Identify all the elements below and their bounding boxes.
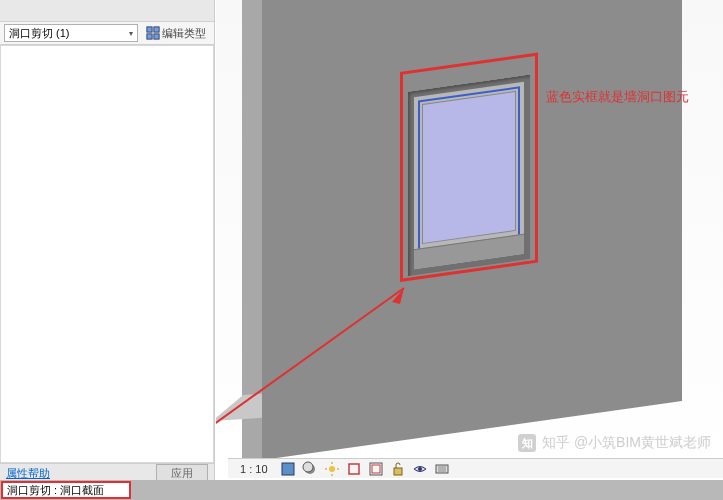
status-selection-field: 洞口剪切 : 洞口截面 [1,481,131,499]
edit-type-button[interactable]: 编辑类型 [142,26,210,41]
type-selector-row: 洞口剪切 (1) ▾ 编辑类型 [0,22,214,45]
type-selector-dropdown[interactable]: 洞口剪切 (1) ▾ [4,24,138,42]
svg-text:知: 知 [521,437,533,449]
svg-point-20 [418,467,422,471]
edit-type-label: 编辑类型 [162,26,206,41]
annotation-text: 蓝色实框就是墙洞口图元 [546,88,689,106]
reveal-hidden-icon[interactable] [434,461,450,477]
view-scale[interactable]: 1 : 10 [234,463,274,475]
properties-help-link[interactable]: 属性帮助 [6,466,50,481]
crop-view-icon[interactable] [346,461,362,477]
watermark-text: 知乎 @小筑BIM黄世斌老师 [542,434,711,452]
wall-opening[interactable] [408,75,530,276]
opening-glass [422,91,516,244]
svg-rect-18 [372,465,380,473]
svg-point-11 [329,466,335,472]
watermark: 知 知乎 @小筑BIM黄世斌老师 [518,434,711,452]
model-graphics-icon[interactable] [280,461,296,477]
panel-header [0,0,214,22]
svg-rect-16 [349,464,359,474]
edit-type-icon [146,26,160,40]
status-bar: 洞口剪切 : 洞口截面 [0,480,723,500]
svg-rect-1 [154,27,159,32]
svg-rect-3 [154,34,159,39]
temporary-hide-icon[interactable] [412,461,428,477]
unlocked-icon[interactable] [390,461,406,477]
svg-rect-2 [147,34,152,39]
status-selection-text: 洞口剪切 : 洞口截面 [7,483,104,498]
chevron-down-icon: ▾ [129,29,133,38]
sun-path-icon[interactable] [324,461,340,477]
svg-rect-8 [282,463,294,475]
properties-grid [0,45,214,463]
zhihu-logo-icon: 知 [518,434,536,452]
svg-rect-0 [147,27,152,32]
type-selector-value: 洞口剪切 (1) [9,26,70,41]
show-crop-icon[interactable] [368,461,384,477]
viewport-3d[interactable]: 蓝色实框就是墙洞口图元 知 知乎 @小筑BIM黄世斌老师 [216,0,723,480]
view-control-bar: 1 : 10 [228,458,723,478]
properties-panel: 洞口剪切 (1) ▾ 编辑类型 属性帮助 应用 [0,0,215,500]
svg-rect-19 [394,468,402,475]
svg-point-10 [303,462,313,472]
shadows-icon[interactable] [302,461,318,477]
